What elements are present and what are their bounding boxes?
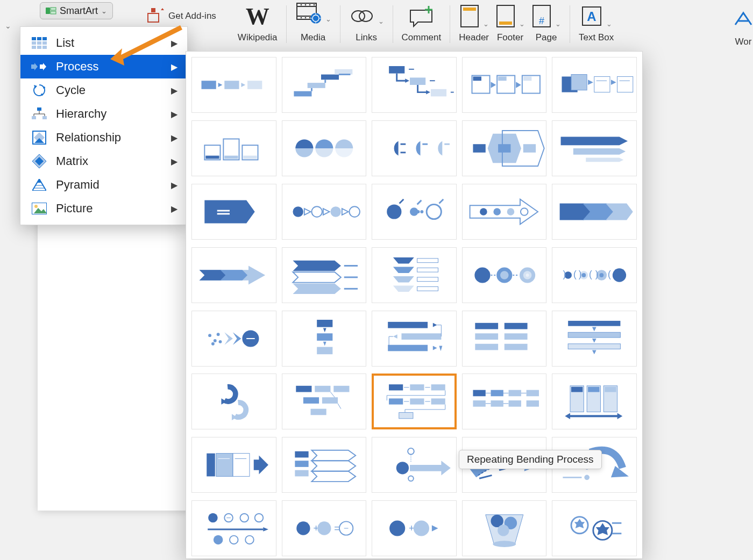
svg-rect-38: [32, 41, 36, 45]
addins-label[interactable]: Get Add-ins: [168, 11, 216, 21]
process-thumb-4[interactable]: [552, 57, 637, 113]
media-button[interactable]: ⌄ Media: [292, 0, 335, 51]
svg-marker-91: [491, 82, 496, 88]
sa-item-pyramid[interactable]: Pyramid ▶: [20, 173, 187, 197]
process-thumb-15[interactable]: [191, 247, 276, 303]
chevron-down-icon: ⌄: [378, 17, 384, 25]
sa-item-hierarchy[interactable]: Hierarchy ▶: [20, 102, 187, 126]
textbox-button[interactable]: A⌄ Text Box: [576, 0, 617, 51]
svg-line-289: [479, 476, 492, 479]
addins-icon[interactable]: [146, 8, 164, 24]
process-thumb-11[interactable]: [282, 184, 367, 240]
process-thumb-2[interactable]: [372, 57, 457, 113]
process-thumb-0[interactable]: [191, 57, 276, 113]
smartart-button[interactable]: SmartArt ⌄: [40, 2, 113, 19]
svg-rect-122: [523, 144, 536, 153]
svg-rect-166: [417, 277, 438, 282]
page-number-button[interactable]: #⌄ Page: [528, 0, 564, 51]
svg-marker-167: [393, 285, 414, 292]
process-thumb-31[interactable]: [282, 437, 367, 493]
wordart-button[interactable]: Wor: [734, 11, 753, 47]
svg-rect-162: [417, 259, 438, 263]
process-thumb-20[interactable]: [191, 311, 276, 367]
svg-marker-44: [31, 63, 38, 70]
process-thumb-22[interactable]: [372, 311, 457, 367]
svg-marker-206: [393, 334, 397, 339]
svg-line-236: [330, 392, 335, 398]
process-thumb-23[interactable]: [462, 311, 547, 367]
comment-button[interactable]: Comment: [399, 0, 445, 51]
svg-marker-45: [40, 63, 46, 70]
process-thumb-26[interactable]: [282, 374, 367, 429]
process-thumb-3[interactable]: [462, 57, 547, 113]
process-thumb-6[interactable]: [282, 120, 367, 176]
svg-point-145: [480, 208, 487, 216]
submenu-arrow-icon: ▶: [171, 156, 177, 167]
sa-item-matrix[interactable]: Matrix ▶: [20, 149, 187, 173]
process-thumb-13[interactable]: [462, 184, 547, 240]
svg-rect-243: [389, 399, 403, 405]
process-thumb-9[interactable]: [552, 120, 637, 176]
wikipedia-button[interactable]: W Wikipedia: [235, 0, 281, 51]
sa-item-list[interactable]: List ▶: [20, 31, 187, 55]
svg-rect-29: [499, 21, 512, 25]
svg-marker-269: [565, 413, 571, 420]
comment-label: Comment: [402, 32, 442, 43]
svg-rect-277: [295, 451, 308, 458]
svg-marker-201: [323, 341, 326, 346]
svg-rect-106: [205, 155, 219, 159]
process-thumb-36[interactable]: +=: [282, 500, 367, 556]
svg-point-48: [41, 94, 43, 96]
svg-rect-253: [491, 390, 503, 397]
svg-point-285: [396, 462, 409, 474]
process-thumb-17[interactable]: [372, 247, 457, 303]
process-thumb-14[interactable]: [552, 184, 637, 240]
header-button[interactable]: ⌄ Header: [456, 0, 492, 51]
process-thumb-25[interactable]: [191, 374, 276, 429]
process-thumb-12[interactable]: [372, 184, 457, 240]
process-thumb-24[interactable]: [552, 311, 637, 367]
sa-item-cycle[interactable]: Cycle ▶: [20, 78, 187, 102]
links-button[interactable]: ⌄ Links: [346, 0, 387, 51]
svg-rect-110: [243, 155, 257, 159]
svg-marker-281: [311, 461, 356, 471]
list-icon: [30, 37, 48, 49]
svg-rect-4: [151, 8, 155, 12]
process-thumb-35[interactable]: [191, 500, 276, 556]
svg-point-191: [211, 342, 215, 345]
svg-rect-164: [417, 268, 438, 272]
prior-group-chevron[interactable]: ⌄: [0, 0, 16, 51]
process-thumb-8[interactable]: [462, 120, 547, 176]
svg-point-192: [217, 333, 220, 336]
sa-item-relationship[interactable]: Relationship ▶: [20, 126, 187, 149]
process-thumb-30[interactable]: [191, 437, 276, 493]
chevron-down-icon: ⌄: [101, 7, 107, 15]
svg-marker-286: [410, 461, 451, 475]
sa-item-picture[interactable]: Picture ▶: [20, 197, 187, 220]
svg-rect-43: [42, 46, 47, 49]
process-thumb-1[interactable]: [282, 57, 367, 113]
process-thumb-5[interactable]: [191, 120, 276, 176]
svg-rect-230: [296, 386, 311, 392]
process-thumb-38[interactable]: [462, 500, 547, 556]
process-thumb-37[interactable]: +: [372, 500, 457, 556]
footer-button[interactable]: ⌄ Footer: [492, 0, 528, 51]
process-thumb-18[interactable]: [462, 247, 547, 303]
svg-point-47: [43, 87, 45, 89]
process-thumb-19[interactable]: )()()(: [552, 247, 637, 303]
process-thumb-39[interactable]: [552, 500, 637, 556]
sa-item-process[interactable]: Process ▶: [20, 55, 187, 78]
svg-rect-55: [42, 116, 47, 119]
svg-marker-161: [393, 257, 414, 264]
process-thumb-21[interactable]: [282, 311, 367, 367]
process-thumb-27[interactable]: [372, 374, 457, 429]
svg-point-66: [34, 205, 38, 208]
process-thumb-28[interactable]: [462, 374, 547, 429]
process-thumb-16[interactable]: [282, 247, 367, 303]
process-thumb-29[interactable]: [552, 374, 637, 429]
process-thumb-10[interactable]: [191, 184, 276, 240]
process-thumb-7[interactable]: [372, 120, 457, 176]
process-thumb-32[interactable]: [372, 437, 457, 493]
gallery-tooltip: Repeating Bending Process: [459, 450, 602, 469]
svg-rect-71: [224, 81, 239, 89]
